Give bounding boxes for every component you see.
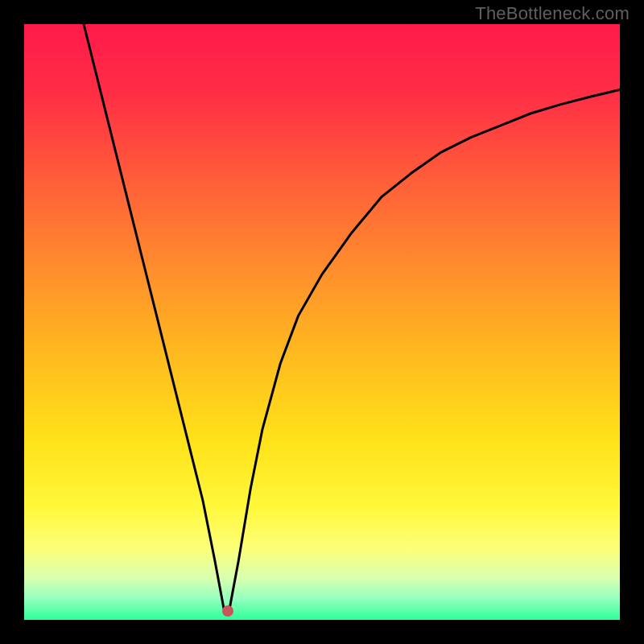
bottleneck-curve [84, 24, 620, 608]
plot-area [24, 24, 620, 620]
watermark-text: TheBottleneck.com [475, 3, 630, 24]
optimal-point-marker [222, 605, 233, 617]
curve-layer [24, 24, 620, 620]
chart-frame: TheBottleneck.com [0, 0, 644, 644]
